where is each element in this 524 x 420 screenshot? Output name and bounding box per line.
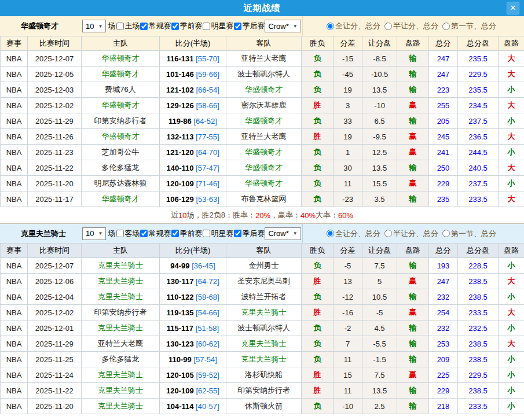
filter-checkbox[interactable]: 常规赛	[140, 21, 171, 31]
date-cell: 2025-11-20	[28, 399, 82, 414]
checkbox-input[interactable]	[171, 230, 179, 237]
total-line-cell: 228.5	[458, 258, 499, 274]
filter-checkbox[interactable]: 主场	[116, 21, 140, 31]
game-row: NBA2025-12-01克里夫兰骑士115-117 [51-58]波士顿凯尔特…	[1, 320, 524, 336]
filter-checkbox[interactable]: 季后赛	[233, 229, 265, 239]
win-loss-cell: 负	[302, 320, 334, 336]
handicap-result-cell: 赢	[397, 129, 429, 145]
win-loss-cell: 负	[302, 289, 334, 305]
filter-checkbox[interactable]: 常规赛	[140, 229, 171, 239]
date-cell: 2025-12-06	[28, 274, 82, 289]
checkbox-input[interactable]	[203, 230, 210, 237]
handicap-result-cell: 输	[397, 258, 429, 274]
game-row: NBA2025-11-23芝加哥公牛121-120 [64-70]华盛顿奇才负1…	[1, 145, 524, 160]
home-team-cell: 华盛顿奇才	[82, 191, 160, 207]
total-line-cell: 236.5	[458, 129, 499, 145]
home-team-cell: 印第安纳步行者	[82, 113, 160, 129]
radio-input[interactable]	[384, 23, 392, 30]
checkbox-input[interactable]	[116, 230, 124, 237]
league-cell: NBA	[1, 352, 28, 367]
handicap-line-cell: -10.5	[362, 67, 397, 82]
column-header: 总分盘	[458, 244, 499, 258]
total-line-cell: 229.5	[458, 67, 499, 82]
odds-mode-radio[interactable]: 半让分、总分	[384, 229, 438, 239]
filter-checkbox[interactable]: 季前赛	[171, 229, 202, 239]
stat-type-select[interactable]: Crow* ▼	[265, 20, 301, 32]
total-line-cell: 232.5	[458, 320, 499, 336]
odds-mode-radio[interactable]: 全让分、总分	[327, 21, 380, 31]
total-line-cell: 238.5	[458, 336, 499, 352]
total-points-cell: 250	[429, 160, 458, 176]
radio-input[interactable]	[442, 23, 450, 30]
checkbox-input[interactable]	[171, 23, 179, 30]
league-cell: NBA	[1, 176, 28, 191]
over-under-cell: 小	[499, 352, 524, 367]
column-header: 让分盘	[362, 36, 397, 51]
point-diff-cell: 11	[334, 352, 362, 367]
handicap-line-cell: -5	[362, 305, 397, 320]
league-cell: NBA	[1, 289, 28, 305]
filter-checkbox[interactable]: 季前赛	[171, 21, 202, 31]
win-loss-cell: 胜	[302, 129, 334, 145]
radio-input[interactable]	[384, 230, 392, 237]
filter-checkbox[interactable]: 客场	[116, 229, 140, 239]
radio-input[interactable]	[327, 230, 334, 237]
point-diff-cell: 11	[334, 176, 362, 191]
score-cell: 120-105 [59-52]	[160, 367, 226, 383]
win-loss-cell: 负	[302, 336, 334, 352]
total-line-cell: 235.5	[458, 82, 499, 98]
date-cell: 2025-11-25	[28, 352, 82, 367]
checkbox-input[interactable]	[234, 23, 241, 30]
home-team-cell: 费城76人	[82, 82, 160, 98]
checkbox-input[interactable]	[140, 230, 148, 237]
stat-type-select[interactable]: Crow* ▼	[265, 227, 301, 240]
games-count-select[interactable]: 10 ▼	[82, 227, 106, 240]
close-icon[interactable]: ✕	[507, 2, 519, 14]
checkbox-input[interactable]	[140, 23, 148, 30]
win-loss-cell: 负	[302, 258, 334, 274]
date-cell: 2025-11-23	[28, 145, 82, 160]
date-cell: 2025-12-01	[28, 320, 82, 336]
handicap-result-cell: 赢	[397, 274, 429, 289]
checkbox-input[interactable]	[116, 23, 124, 30]
win-loss-cell: 负	[302, 352, 334, 367]
league-cell: NBA	[1, 191, 28, 207]
total-points-cell: 255	[429, 98, 458, 113]
odds-mode-radio[interactable]: 第一节、总分	[442, 21, 496, 31]
odds-mode-radio[interactable]: 全让分、总分	[327, 229, 380, 239]
total-line-cell: 233.5	[458, 305, 499, 320]
checkbox-input[interactable]	[234, 230, 241, 237]
league-cell: NBA	[1, 367, 28, 383]
date-cell: 2025-12-02	[28, 98, 82, 113]
odds-mode-radio[interactable]: 第一节、总分	[442, 229, 496, 239]
radio-input[interactable]	[327, 23, 334, 30]
filter-checkbox[interactable]: 明星赛	[202, 21, 233, 31]
total-points-cell: 218	[429, 399, 458, 414]
filter-checkbox-group: 主场常规赛季前赛明星赛季后赛	[116, 21, 265, 31]
games-count-select[interactable]: 10 ▼	[82, 20, 106, 32]
filter-checkbox[interactable]: 季后赛	[233, 21, 265, 31]
radio-input[interactable]	[442, 230, 450, 237]
win-loss-cell: 负	[302, 67, 334, 82]
results-table: 赛事比赛时间主队比分(半场)客队胜负分差让分盘盘路总分总分盘盘路 NBA2025…	[0, 36, 524, 207]
score-cell: 119-86 [64-52]	[160, 113, 226, 129]
total-line-cell: 244.5	[458, 145, 499, 160]
checkbox-input[interactable]	[203, 23, 210, 30]
handicap-line-cell: 10.5	[362, 289, 397, 305]
filter-checkbox[interactable]: 明星赛	[202, 229, 233, 239]
game-row: NBA2025-11-26华盛顿奇才132-113 [77-55]亚特兰大老鹰胜…	[1, 129, 524, 145]
column-header: 赛事	[1, 36, 28, 51]
handicap-line-cell: -9.5	[362, 129, 397, 145]
odds-mode-radio[interactable]: 半让分、总分	[384, 21, 438, 31]
total-points-cell: 193	[429, 258, 458, 274]
total-line-cell: 238.5	[458, 274, 499, 289]
score-cell: 130-123 [60-62]	[160, 336, 226, 352]
column-header: 比赛时间	[28, 244, 82, 258]
select-value: Crow*	[268, 22, 288, 31]
total-points-cell: 247	[429, 51, 458, 67]
column-header: 主队	[82, 244, 160, 258]
total-line-cell: 240.5	[458, 160, 499, 176]
handicap-line-cell: 7.5	[362, 258, 397, 274]
total-points-cell: 232	[429, 289, 458, 305]
over-under-cell: 大	[499, 336, 524, 352]
